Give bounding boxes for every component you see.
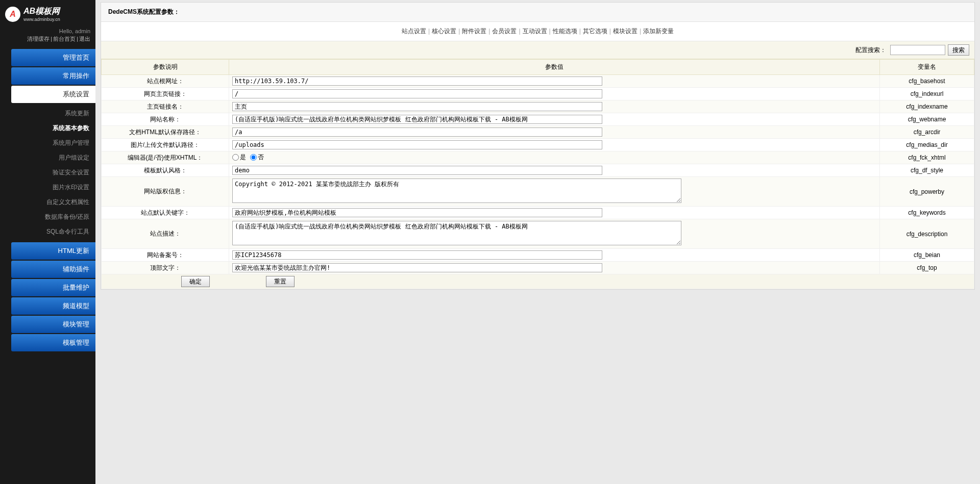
config-textarea[interactable] xyxy=(232,221,681,245)
config-input[interactable] xyxy=(232,115,602,124)
config-input[interactable] xyxy=(232,102,602,111)
sub-nav-item[interactable]: 系统更新 xyxy=(0,106,95,121)
ok-button[interactable]: 确定 xyxy=(181,276,210,287)
config-input[interactable] xyxy=(232,250,602,260)
row-label: 主页链接名： xyxy=(102,100,229,113)
sub-nav-item[interactable]: 系统用户管理 xyxy=(0,136,95,150)
sub-nav-item[interactable]: 用户组设定 xyxy=(0,150,95,165)
sub-nav-item[interactable]: 图片水印设置 xyxy=(0,180,95,195)
row-label: 编辑器(是/否)使用XHTML： xyxy=(102,151,229,164)
row-var: cfg_arcdir xyxy=(880,126,974,139)
th-var: 变量名 xyxy=(880,60,974,75)
logout-link[interactable]: 退出 xyxy=(79,36,90,42)
row-value-cell xyxy=(229,262,880,274)
table-row: 主页链接名：cfg_indexname xyxy=(102,100,974,113)
row-var: cfg_beian xyxy=(880,249,974,262)
table-row: 网站备案号：cfg_beian xyxy=(102,249,974,262)
tab-link[interactable]: 附件设置 xyxy=(462,28,486,35)
row-value-cell xyxy=(229,126,880,139)
row-var: cfg_medias_dir xyxy=(880,139,974,151)
sub-nav-item[interactable]: 自定义文档属性 xyxy=(0,195,95,210)
nav-item[interactable]: 辅助插件 xyxy=(11,261,95,278)
table-row: 图片/上传文件默认路径：cfg_medias_dir xyxy=(102,139,974,151)
row-value-cell xyxy=(229,207,880,219)
row-value-cell: 是 否 xyxy=(229,151,880,164)
tab-link[interactable]: 会员设置 xyxy=(492,28,517,35)
tab-link[interactable]: 核心设置 xyxy=(432,28,456,35)
config-input[interactable] xyxy=(232,263,602,272)
row-var: cfg_indexurl xyxy=(880,88,974,100)
panel-title: DedeCMS系统配置参数： xyxy=(101,3,974,22)
row-var: cfg_webname xyxy=(880,113,974,126)
row-var: cfg_fck_xhtml xyxy=(880,151,974,164)
sub-nav-item[interactable]: SQL命令行工具 xyxy=(0,224,95,239)
radio-input[interactable] xyxy=(250,154,257,161)
row-value-cell xyxy=(229,177,880,207)
radio-option[interactable]: 否 xyxy=(250,153,264,162)
radio-option[interactable]: 是 xyxy=(232,153,246,162)
row-value-cell xyxy=(229,139,880,151)
tab-link[interactable]: 模块设置 xyxy=(613,28,638,35)
config-input[interactable] xyxy=(232,208,602,217)
sub-nav-item[interactable]: 数据库备份/还原 xyxy=(0,210,95,224)
config-input[interactable] xyxy=(232,128,602,137)
nav-item[interactable]: HTML更新 xyxy=(11,242,95,260)
table-row: 编辑器(是/否)使用XHTML： 是 否cfg_fck_xhtml xyxy=(102,151,974,164)
radio-group: 是 否 xyxy=(232,155,268,162)
row-value-cell xyxy=(229,100,880,113)
search-button[interactable]: 搜索 xyxy=(948,44,969,56)
nav: 管理首页常用操作系统设置系统更新系统基本参数系统用户管理用户组设定验证安全设置图… xyxy=(0,48,95,352)
nav-item[interactable]: 模板管理 xyxy=(11,334,95,351)
row-value-cell xyxy=(229,88,880,100)
nav-item[interactable]: 管理首页 xyxy=(11,49,95,66)
logo-title: AB模板网 xyxy=(23,6,60,17)
row-var: cfg_keywords xyxy=(880,207,974,219)
nav-item[interactable]: 常用操作 xyxy=(11,67,95,85)
config-input[interactable] xyxy=(232,89,602,98)
radio-input[interactable] xyxy=(232,154,239,161)
config-textarea[interactable] xyxy=(232,179,681,203)
search-input[interactable] xyxy=(890,45,945,55)
table-row: 网站名称：cfg_webname xyxy=(102,113,974,126)
table-row: 站点描述：cfg_description xyxy=(102,219,974,249)
tab-link[interactable]: 其它选项 xyxy=(583,28,607,35)
row-var: cfg_indexname xyxy=(880,100,974,113)
tab-link[interactable]: 站点设置 xyxy=(402,28,426,35)
th-value: 参数值 xyxy=(229,60,880,75)
row-label: 顶部文字： xyxy=(102,262,229,274)
config-input[interactable] xyxy=(232,77,602,86)
top-links: Hello, admin 清理缓存|前台首页|退出 xyxy=(0,26,95,48)
logo-area: A AB模板网 www.adminbuy.cn xyxy=(0,0,95,26)
tab-link[interactable]: 性能选项 xyxy=(553,28,577,35)
search-row: 配置搜索： 搜索 xyxy=(101,41,974,59)
table-row: 网页主页链接：cfg_indexurl xyxy=(102,88,974,100)
table-row: 顶部文字：cfg_top xyxy=(102,262,974,274)
config-input[interactable] xyxy=(232,140,602,149)
reset-button[interactable]: 重置 xyxy=(266,276,295,287)
row-value-cell xyxy=(229,164,880,177)
th-label: 参数说明 xyxy=(102,60,229,75)
row-label: 图片/上传文件默认路径： xyxy=(102,139,229,151)
panel-tabs: 站点设置|核心设置|附件设置|会员设置|互动设置|性能选项|其它选项|模块设置|… xyxy=(101,22,974,41)
row-var: cfg_df_style xyxy=(880,164,974,177)
sub-nav-item[interactable]: 验证安全设置 xyxy=(0,165,95,180)
nav-item[interactable]: 系统设置 xyxy=(11,86,95,103)
nav-item[interactable]: 批量维护 xyxy=(11,279,95,296)
clear-cache-link[interactable]: 清理缓存 xyxy=(27,36,50,42)
tab-link[interactable]: 互动设置 xyxy=(523,28,547,35)
tab-link[interactable]: 添加新变量 xyxy=(643,28,674,35)
row-var: cfg_description xyxy=(880,219,974,249)
table-row: 站点默认关键字：cfg_keywords xyxy=(102,207,974,219)
table-row: 模板默认风格：cfg_df_style xyxy=(102,164,974,177)
row-var: cfg_basehost xyxy=(880,75,974,88)
logo: A AB模板网 www.adminbuy.cn xyxy=(5,6,90,22)
sub-nav-item[interactable]: 系统基本参数 xyxy=(0,121,95,136)
front-page-link[interactable]: 前台首页 xyxy=(53,36,76,42)
nav-item[interactable]: 模块管理 xyxy=(11,316,95,333)
logo-icon: A xyxy=(5,7,20,22)
nav-item[interactable]: 频道模型 xyxy=(11,297,95,315)
row-label: 网页主页链接： xyxy=(102,88,229,100)
row-label: 文档HTML默认保存路径： xyxy=(102,126,229,139)
config-input[interactable] xyxy=(232,166,602,175)
row-value-cell xyxy=(229,249,880,262)
